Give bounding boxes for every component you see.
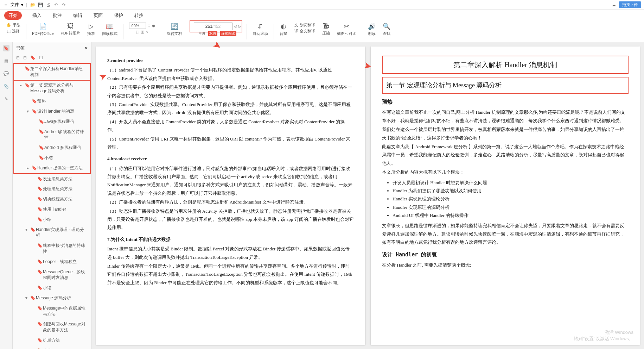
single-page[interactable]: 单页: [198, 31, 205, 36]
bookmark-node[interactable]: 🔖创建与回收Message对象的基本方法: [13, 319, 91, 335]
bookmark-node[interactable]: 🔖预热: [14, 96, 90, 106]
crop-compare[interactable]: ✂截图和对比: [335, 23, 358, 36]
heading: 3.content provider: [107, 56, 354, 64]
word-translate[interactable]: 文划词翻译: [294, 23, 315, 28]
bookmark-tree[interactable]: 🔖第二章深入解析Handler消息机制▸🔖第一节 宏观理论分析与Message源…: [13, 62, 91, 349]
collapse-all-icon[interactable]: ⊟: [23, 55, 27, 60]
sidebar-title: 书签: [16, 45, 25, 51]
redo-icon[interactable]: ↷: [61, 2, 66, 8]
page-right: 第二章深入解析 Handler 消息机制 第一节 宏观理论分析与 Message…: [371, 46, 640, 345]
next-page-icon[interactable]: ▷: [238, 24, 241, 29]
zoom-in-icon[interactable]: ⊕: [152, 24, 155, 28]
bookmark-node[interactable]: 🔖第二章深入解析Handler消息机制: [13, 63, 91, 81]
bookmark-node[interactable]: 🔖Android多线程的特殊性: [14, 127, 90, 143]
bookmark-node[interactable]: 🔖发送消息类方法: [13, 174, 91, 184]
bookmark-node[interactable]: ▾🔖设计Handler 的初衷: [14, 106, 90, 117]
document-view[interactable]: ➤ 3.content provider （1）android 平台提供了 Co…: [92, 42, 644, 349]
bookmark-node[interactable]: 🔖切换线程类方法: [13, 194, 91, 204]
fit-page-icon[interactable]: ◫: [141, 30, 144, 34]
hand-tool[interactable]: ✋手型: [6, 23, 20, 28]
zoom-select[interactable]: 90%: [129, 23, 146, 29]
bookmark-node[interactable]: 🔖MessageQueue - 多线程同时发消息: [13, 267, 91, 283]
double-page[interactable]: 双页: [208, 31, 217, 36]
cloud-icon[interactable]: ☁: [611, 2, 617, 8]
bookmark-panel-icon[interactable]: 🔖: [3, 45, 9, 51]
bookmark-node[interactable]: ▸🔖第一节 宏观理论分析与Message源码分析: [14, 80, 90, 96]
prev-page-icon[interactable]: ◁: [234, 24, 237, 29]
heading: 7.为什么 Intent 不能传递大数据: [107, 235, 354, 243]
thumbnail-panel-icon[interactable]: ▤: [3, 58, 9, 64]
bookmark-node[interactable]: ▸🔖Handler 提供的一些方法: [14, 163, 90, 173]
bookmark-node[interactable]: 🔖Java多线程通信: [14, 117, 90, 127]
bookmark-node[interactable]: 🔖使用Handler: [13, 204, 91, 214]
save-icon[interactable]: 💾: [38, 2, 43, 8]
bookmark-node[interactable]: ▾🔖Message 源码分析: [13, 293, 91, 303]
pdf-to-office[interactable]: 📄PDF转Office: [30, 23, 56, 36]
auto-scroll[interactable]: ⇵自动滚动: [250, 23, 270, 36]
rotate-doc[interactable]: 🔄旋转文档: [165, 23, 184, 36]
read-mode[interactable]: 📖阅读模式: [100, 23, 120, 36]
page-number-input[interactable]: 261/452: [194, 23, 232, 30]
annotation-section-box: 第一节 宏观理论分析与 Message 源码分析: [382, 77, 629, 94]
annotation-title-box: 第二章深入解析 Handler 消息机制: [382, 56, 629, 74]
tab-insert[interactable]: 插入: [32, 10, 42, 21]
close-sidebar-icon[interactable]: ✕: [84, 46, 88, 51]
bookmark-node[interactable]: 🔖Looper - 线程独立: [13, 257, 91, 267]
expand-all-icon[interactable]: ⊞: [16, 55, 20, 60]
tab-convert[interactable]: 转换: [134, 10, 144, 21]
ribbon-tabs: 开始 插入 批注 编辑 页面 保护 转换: [0, 10, 644, 21]
heading: 4.broadcast receiver: [107, 155, 354, 163]
upload-button[interactable]: 拖拽上传: [619, 1, 641, 8]
file-menu[interactable]: 文件: [11, 2, 19, 8]
sidebar: 书签 ✕ ⊞ ⊟ 🔖 ☐ 🔖第二章深入解析Handler消息机制▸🔖第一节 宏观…: [13, 42, 92, 349]
open-icon[interactable]: 📂: [30, 2, 36, 8]
left-icon-rail: 🔖 ▤ 💬 📎 ✎: [0, 42, 13, 349]
bookmark-icon[interactable]: ☐: [39, 55, 43, 60]
zoom-out-icon[interactable]: ⊖: [147, 24, 151, 28]
fit-actual-icon[interactable]: ○: [146, 30, 148, 34]
read-aloud[interactable]: 🔊朗读: [366, 23, 378, 36]
page-left: 3.content provider （1）android 平台提供了 Cont…: [96, 46, 365, 345]
fit-width-icon[interactable]: ⬚: [136, 30, 139, 34]
find[interactable]: 🔍查找: [381, 23, 393, 36]
main-area: 🔖 ▤ 💬 📎 ✎ 书签 ✕ ⊞ ⊟ 🔖 ☐ 🔖第二章深入解析Handler消息…: [0, 42, 644, 349]
highlight-panel-icon[interactable]: ✎: [3, 96, 9, 102]
bookmark-node[interactable]: 🔖小结: [13, 345, 91, 349]
select-tool[interactable]: ⬚选择: [7, 29, 20, 34]
bookmark-node[interactable]: 🔖小结: [13, 283, 91, 293]
add-bookmark-icon[interactable]: 🔖: [30, 55, 36, 60]
play-button[interactable]: ▷播放: [85, 23, 97, 36]
background[interactable]: ◐背景: [278, 23, 289, 36]
tab-edit[interactable]: 编辑: [72, 10, 83, 21]
comment-panel-icon[interactable]: 💬: [3, 70, 9, 77]
bookmark-node[interactable]: 🔖处理消息类方法: [13, 184, 91, 194]
toolbar: ✋手型 ⬚选择 📄PDF转Office 🖼PDF转图片 ▷播放 📖阅读模式 90…: [0, 21, 644, 42]
tab-protect[interactable]: 保护: [113, 10, 124, 21]
bookmark-node[interactable]: 🔖小结: [14, 153, 90, 163]
heading: 预热: [382, 97, 629, 107]
full-translate[interactable]: 译全文翻译: [294, 29, 315, 34]
heading: 设计 Handler 的初衷: [382, 250, 629, 260]
tab-start[interactable]: 开始: [4, 11, 22, 20]
bookmark-node[interactable]: 🔖扩展方法: [13, 335, 91, 345]
pdf-to-image[interactable]: 🖼PDF转图片: [59, 23, 82, 36]
app-menu-icon[interactable]: ≡: [3, 2, 8, 8]
bookmark-node[interactable]: 🔖小结: [13, 214, 91, 225]
undo-icon[interactable]: ↶: [53, 2, 59, 8]
bullet-list: 开发人员最初设计 Handler 时想要解决什么问题 Handler 为我们提供…: [382, 179, 629, 220]
bookmark-node[interactable]: 🔖Android 多线程通信: [14, 143, 90, 153]
compress[interactable]: 🗜压缩: [320, 23, 332, 36]
title-bar: ≡ 文件 ▾ | 📂 💾 🖨 ↶ ↷ ☁ 拖拽上传: [0, 0, 644, 10]
tab-review[interactable]: 批注: [52, 10, 63, 21]
bookmark-node[interactable]: 🔖线程中接收消息的特殊性: [13, 241, 91, 257]
bookmark-node[interactable]: 🔖Message中的数据属性与方法: [13, 303, 91, 319]
windows-watermark: 激活 Windows 转到"设置"以激活 Windows。: [574, 329, 633, 342]
bookmark-node[interactable]: ▾🔖Handler实现原理 - 理论分析: [13, 225, 91, 241]
tab-page[interactable]: 页面: [93, 10, 103, 21]
continuous-read[interactable]: 连续阅读: [220, 31, 236, 36]
attachment-panel-icon[interactable]: 📎: [3, 83, 9, 89]
print-icon[interactable]: 🖨: [45, 2, 51, 8]
